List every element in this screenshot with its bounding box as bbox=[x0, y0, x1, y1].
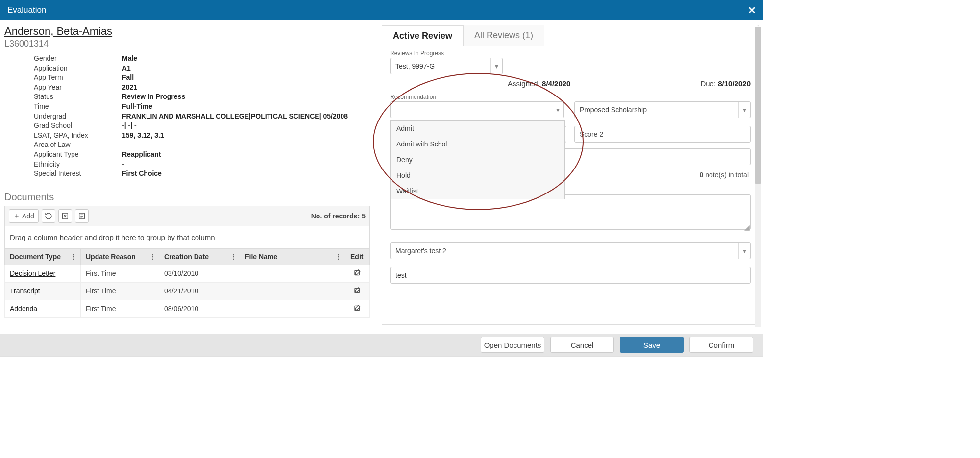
info-row: Ethnicity- bbox=[34, 160, 370, 169]
grouping-hint[interactable]: Drag a column header and drop it here to… bbox=[4, 226, 370, 248]
info-value: 2021 bbox=[122, 83, 137, 93]
edit-icon[interactable] bbox=[354, 306, 362, 313]
chevron-down-icon: ▾ bbox=[490, 58, 502, 74]
info-row: Applicant TypeReapplicant bbox=[34, 150, 370, 160]
notes-count: 0 bbox=[699, 171, 703, 179]
export-excel-icon[interactable] bbox=[58, 209, 72, 223]
recommendation-option[interactable]: Admit bbox=[391, 121, 564, 136]
info-label: Application bbox=[34, 64, 122, 73]
info-label: Time bbox=[34, 102, 122, 112]
assigned-label: Assigned: bbox=[508, 79, 540, 88]
chevron-down-icon: ▾ bbox=[738, 243, 750, 259]
file-name bbox=[240, 300, 345, 317]
recommendation-select[interactable]: ▾ bbox=[390, 101, 564, 118]
assigned-date: 8/4/2020 bbox=[542, 79, 570, 88]
notes-textarea[interactable]: ◢ bbox=[390, 194, 751, 230]
update-reason: First Time bbox=[81, 265, 159, 282]
info-label: Area of Law bbox=[34, 140, 122, 150]
edit-icon[interactable] bbox=[354, 270, 362, 278]
add-button-label: Add bbox=[22, 212, 34, 220]
info-label: App Year bbox=[34, 83, 122, 93]
table-row: TranscriptFirst Time04/21/2010 bbox=[5, 282, 370, 300]
proposed-scholarship-placeholder: Proposed Scholarship bbox=[580, 106, 647, 114]
column-menu-icon[interactable]: ⋮ bbox=[335, 253, 342, 261]
info-label: Status bbox=[34, 92, 122, 102]
info-label: Special Interest bbox=[34, 169, 122, 179]
column-header[interactable]: File Name⋮ bbox=[240, 248, 345, 265]
recommendation-option[interactable]: Waitlist bbox=[391, 183, 564, 199]
export-pdf-icon[interactable] bbox=[75, 209, 89, 223]
close-icon[interactable]: ✕ bbox=[748, 0, 756, 20]
documents-toolbar: ＋ Add No. of records: 5 bbox=[4, 206, 370, 226]
student-info: GenderMaleApplicationA1App TermFallApp Y… bbox=[34, 54, 370, 179]
creation-date: 03/10/2010 bbox=[159, 265, 240, 282]
scrollbar-thumb[interactable] bbox=[755, 27, 761, 184]
info-row: UndergradFRANKLIN AND MARSHALL COLLEGE|P… bbox=[34, 112, 370, 121]
documents-heading: Documents bbox=[4, 192, 370, 203]
column-header[interactable]: Document Type⋮ bbox=[5, 248, 81, 265]
column-menu-icon[interactable]: ⋮ bbox=[149, 253, 156, 261]
info-row: LSAT, GPA, Index159, 3.12, 3.1 bbox=[34, 131, 370, 141]
edit-icon[interactable] bbox=[354, 288, 362, 296]
info-label: Ethnicity bbox=[34, 160, 122, 169]
info-value: First Choice bbox=[122, 169, 162, 179]
document-link[interactable]: Transcript bbox=[10, 287, 40, 295]
recommendation-option[interactable]: Deny bbox=[391, 152, 564, 168]
column-header[interactable]: Creation Date⋮ bbox=[159, 248, 240, 265]
recommendation-option[interactable]: Admit with Schol bbox=[391, 136, 564, 152]
chevron-down-icon: ▾ bbox=[738, 102, 750, 118]
info-value: FRANKLIN AND MARSHALL COLLEGE|POLITICAL … bbox=[122, 112, 348, 121]
cancel-button[interactable]: Cancel bbox=[550, 337, 614, 353]
reviews-in-progress-label: Reviews In Progress bbox=[390, 50, 751, 57]
tabs: Active Review All Reviews (1) bbox=[382, 25, 759, 46]
info-value: - bbox=[122, 140, 124, 150]
column-menu-icon[interactable]: ⋮ bbox=[230, 253, 237, 261]
custom-select-value: Margaret's test 2 bbox=[395, 247, 446, 255]
notes-suffix: note(s) in total bbox=[705, 171, 749, 179]
text-input[interactable]: test bbox=[390, 267, 751, 284]
text-input-value: test bbox=[395, 271, 407, 279]
column-header[interactable]: Update Reason⋮ bbox=[81, 248, 159, 265]
tab-all-reviews[interactable]: All Reviews (1) bbox=[463, 25, 544, 46]
info-row: App Year2021 bbox=[34, 83, 370, 93]
info-value: Full-Time bbox=[122, 102, 152, 112]
records-count: No. of records: 5 bbox=[311, 212, 366, 220]
add-button[interactable]: ＋ Add bbox=[9, 209, 39, 223]
score-2-placeholder: Score 2 bbox=[580, 130, 603, 138]
undo-icon[interactable] bbox=[42, 209, 55, 223]
info-label: Undergrad bbox=[34, 112, 122, 121]
info-value: - bbox=[122, 160, 124, 169]
table-row: AddendaFirst Time08/06/2010 bbox=[5, 300, 370, 317]
creation-date: 04/21/2010 bbox=[159, 282, 240, 300]
student-name[interactable]: Anderson, Beta-Amias bbox=[4, 25, 370, 38]
update-reason: First Time bbox=[81, 282, 159, 300]
info-row: TimeFull-Time bbox=[34, 102, 370, 112]
open-documents-button[interactable]: Open Documents bbox=[481, 337, 544, 353]
scrollbar[interactable] bbox=[755, 27, 761, 327]
resize-handle-icon[interactable]: ◢ bbox=[744, 223, 749, 228]
recommendation-label: Recommendation bbox=[390, 94, 566, 100]
due-label: Due: bbox=[700, 79, 716, 88]
titlebar: Evaluation ✕ bbox=[0, 0, 763, 20]
reviews-in-progress-select[interactable]: Test, 9997-G ▾ bbox=[390, 58, 503, 74]
info-value: 159, 3.12, 3.1 bbox=[122, 131, 164, 141]
info-value: Reapplicant bbox=[122, 150, 161, 160]
column-menu-icon[interactable]: ⋮ bbox=[71, 253, 77, 261]
info-label: App Term bbox=[34, 73, 122, 83]
document-link[interactable]: Decision Letter bbox=[10, 269, 55, 277]
info-value: Review In Progress bbox=[122, 92, 185, 102]
tab-active-review[interactable]: Active Review bbox=[382, 25, 464, 46]
recommendation-option[interactable]: Hold bbox=[391, 168, 564, 183]
document-link[interactable]: Addenda bbox=[10, 305, 37, 313]
confirm-button[interactable]: Confirm bbox=[689, 337, 753, 353]
creation-date: 08/06/2010 bbox=[159, 300, 240, 317]
save-button[interactable]: Save bbox=[620, 337, 684, 353]
info-label: Gender bbox=[34, 54, 122, 64]
score-2-input[interactable]: Score 2 bbox=[574, 126, 751, 143]
file-name bbox=[240, 282, 345, 300]
proposed-scholarship-select[interactable]: Proposed Scholarship ▾ bbox=[574, 101, 751, 118]
student-id: L36001314 bbox=[4, 39, 370, 49]
custom-select[interactable]: Margaret's test 2 ▾ bbox=[390, 242, 751, 259]
window-title: Evaluation bbox=[7, 0, 46, 20]
column-header[interactable]: Edit bbox=[345, 248, 370, 265]
